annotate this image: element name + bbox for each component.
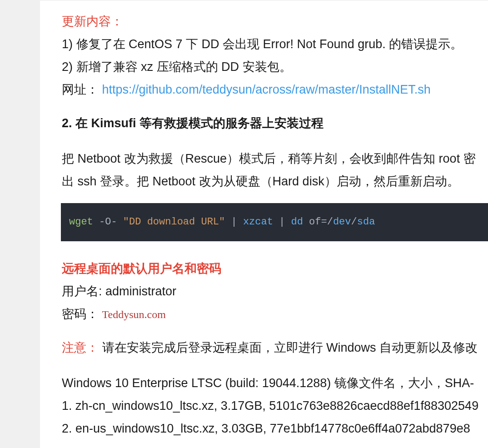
article-body: 更新内容： 1) 修复了在 CentOS 7 下 DD 会出现 Error! N… (40, 0, 488, 448)
code-wget: wget (69, 216, 93, 228)
code-dev: dev (333, 216, 351, 228)
image-list-heading: Windows 10 Enterprise LTSC (build: 19044… (62, 372, 488, 395)
update-heading: 更新内容： (62, 10, 488, 33)
notice-line: 注意： 请在安装完成后登录远程桌面，立即进行 Windows 自动更新以及修改 (62, 337, 488, 359)
code-pipe-1: | (225, 216, 243, 228)
rdp-password-value: Teddysun.com (102, 309, 166, 320)
code-slash-1: / (327, 216, 333, 228)
update-item-1: 1) 修复了在 CentOS 7 下 DD 会出现 Error! Not Fou… (62, 33, 488, 56)
url-link[interactable]: https://github.com/teddysun/across/raw/m… (102, 83, 431, 96)
notice-text: 请在安装完成后登录远程桌面，立即进行 Windows 自动更新以及修改 (99, 341, 478, 354)
update-item-2: 2) 新增了兼容 xz 压缩格式的 DD 安装包。 (62, 56, 488, 79)
section-2-paragraph-line-2: 出 ssh 登录。把 Netboot 改为从硬盘（Hard disk）启动，然后… (62, 170, 488, 193)
code-of-eq: of= (303, 216, 327, 228)
section-2-heading: 2. 在 Kimsufi 等有救援模式的服务器上安装过程 (62, 112, 488, 135)
code-xzcat: xzcat (243, 216, 273, 228)
rdp-username-line: 用户名: administrator (62, 280, 488, 303)
rdp-password-label: 密码： (62, 307, 99, 321)
code-url-string: "DD download URL" (123, 216, 225, 228)
notice-label: 注意： (62, 341, 99, 354)
code-slash-2: / (351, 216, 357, 228)
code-block: wget -O- "DD download URL" | xzcat | dd … (61, 203, 488, 242)
code-dd: dd (291, 216, 303, 228)
section-2-paragraph-line-1: 把 Netboot 改为救援（Rescue）模式后，稍等片刻，会收到邮件告知 r… (62, 148, 488, 170)
rdp-heading: 远程桌面的默认用户名和密码 (62, 258, 488, 280)
image-row-2: 2. en-us_windows10_ltsc.xz, 3.03GB, 77e1… (62, 418, 488, 440)
url-line: 网址： https://github.com/teddysun/across/r… (62, 79, 488, 101)
code-sda: sda (357, 216, 375, 228)
code-dash-o: -O- (93, 216, 123, 228)
code-pipe-2: | (273, 216, 291, 228)
image-row-1: 1. zh-cn_windows10_ltsc.xz, 3.17GB, 5101… (62, 395, 488, 418)
url-label: 网址： (62, 83, 102, 96)
rdp-password-line: 密码： Teddysun.com (62, 303, 488, 326)
